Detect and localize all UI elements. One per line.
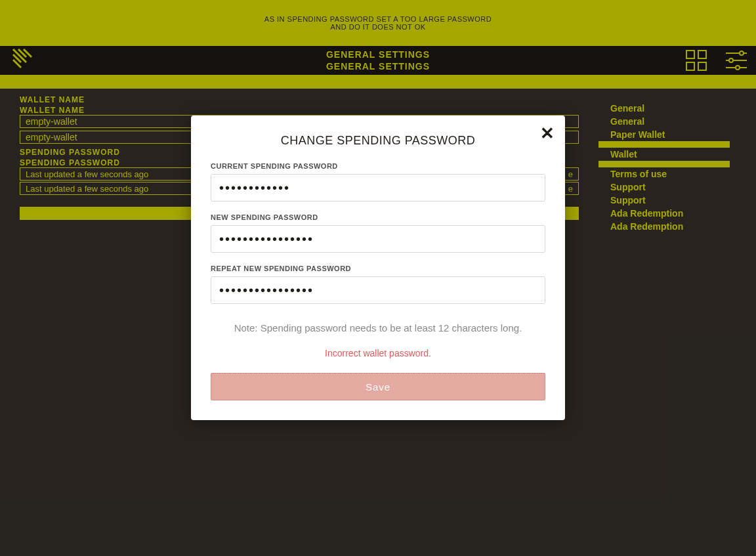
modal-overlay: ✕ CHANGE SPENDING PASSWORD CURRENT SPEND…: [0, 0, 756, 556]
close-icon[interactable]: ✕: [540, 123, 555, 144]
change-password-modal: ✕ CHANGE SPENDING PASSWORD CURRENT SPEND…: [191, 116, 565, 420]
repeat-password-label: REPEAT NEW SPENDING PASSWORD: [211, 265, 545, 272]
current-password-input[interactable]: [211, 174, 545, 202]
save-button[interactable]: Save: [211, 373, 545, 400]
repeat-password-input[interactable]: [211, 276, 545, 304]
new-password-input[interactable]: [211, 225, 545, 253]
modal-title: CHANGE SPENDING PASSWORD: [211, 134, 545, 148]
current-password-label: CURRENT SPENDING PASSWORD: [211, 162, 545, 170]
password-note: Note: Spending password needs to be at l…: [211, 322, 545, 333]
new-password-label: NEW SPENDING PASSWORD: [211, 213, 545, 221]
password-error: Incorrect wallet password.: [211, 348, 545, 358]
